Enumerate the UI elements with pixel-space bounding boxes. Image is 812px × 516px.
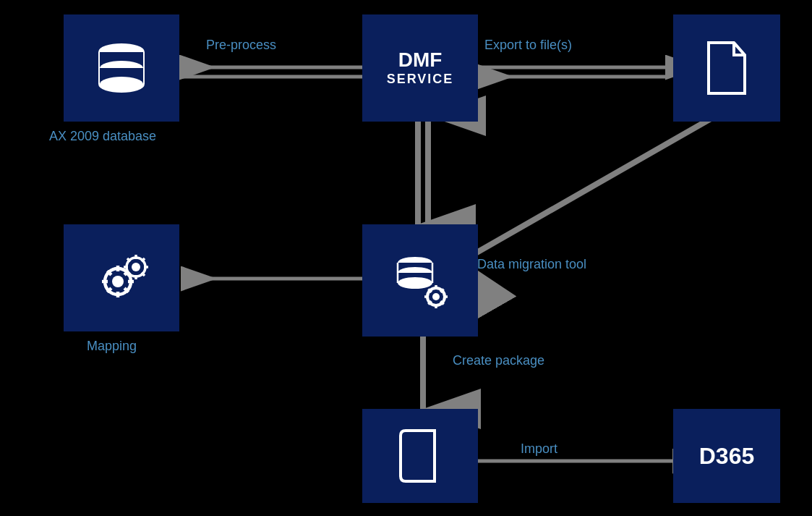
d365-box: D365 <box>673 409 780 503</box>
svg-point-31 <box>398 277 432 289</box>
export-files-label: Export to file(s) <box>484 38 572 53</box>
import-icon <box>395 427 445 485</box>
create-package-label: Create package <box>453 353 544 368</box>
svg-rect-32 <box>398 263 432 266</box>
d365-label: D365 <box>699 443 755 470</box>
diagram-container: AX 2009 database DMF SERVICE Pre-process… <box>0 0 812 516</box>
pre-process-label: Pre-process <box>206 38 276 53</box>
svg-point-56 <box>132 263 140 271</box>
mapping-label: Mapping <box>87 339 137 354</box>
data-migration-box <box>362 224 478 337</box>
gears-icon <box>89 249 154 307</box>
dmf-service-box: DMF SERVICE <box>362 14 478 122</box>
data-migration-label: Data migration tool <box>477 257 586 272</box>
svg-point-46 <box>112 276 124 287</box>
ax-database-label: AX 2009 database <box>49 129 156 144</box>
mapping-box <box>64 224 179 331</box>
database-gear-icon <box>388 248 453 313</box>
import-label: Import <box>521 441 557 457</box>
svg-line-12 <box>463 116 716 261</box>
svg-point-36 <box>432 293 440 300</box>
file-icon <box>701 39 752 97</box>
svg-point-26 <box>100 77 143 91</box>
import-box <box>362 409 478 503</box>
dmf-label1: DMF <box>398 49 443 72</box>
database-icon <box>93 39 150 97</box>
ax-database-box <box>64 14 179 122</box>
dmf-label2: SERVICE <box>387 72 454 87</box>
file-export-box <box>673 14 780 122</box>
